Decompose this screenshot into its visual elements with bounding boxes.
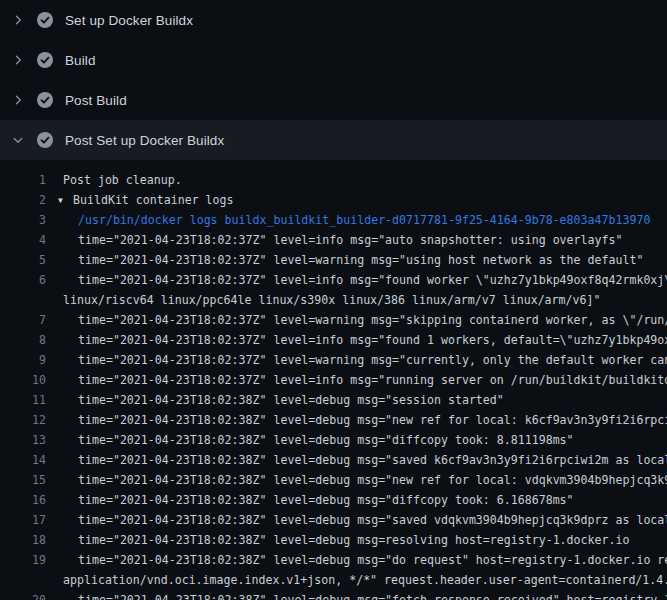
log-line-number[interactable]: 19 — [0, 550, 46, 570]
log-line: linux/riscv64 linux/ppc64le linux/s390x … — [0, 290, 667, 310]
log-line-text: time="2021-04-23T18:02:38Z" level=debug … — [78, 530, 629, 550]
log-line-number[interactable]: 17 — [0, 510, 46, 530]
log-line: application/vnd.oci.image.index.v1+json,… — [0, 570, 667, 590]
log-line: 18time="2021-04-23T18:02:38Z" level=debu… — [0, 530, 667, 550]
log-line-number[interactable]: 18 — [0, 530, 46, 550]
log-line-text: time="2021-04-23T18:02:38Z" level=debug … — [78, 390, 504, 410]
check-circle-icon — [37, 132, 53, 148]
log-line-number[interactable]: 14 — [0, 450, 46, 470]
log-line: 13time="2021-04-23T18:02:38Z" level=debu… — [0, 430, 667, 450]
chevron-right-icon[interactable] — [12, 94, 24, 106]
log-line-text: time="2021-04-23T18:02:38Z" level=debug … — [78, 590, 667, 600]
log-line: 5time="2021-04-23T18:02:37Z" level=warni… — [0, 250, 667, 270]
log-line: 19time="2021-04-23T18:02:38Z" level=debu… — [0, 550, 667, 570]
log-line-number[interactable]: 4 — [0, 230, 46, 250]
log-line-number[interactable]: 10 — [0, 370, 46, 390]
log-line: 3/usr/bin/docker logs buildx_buildkit_bu… — [0, 210, 667, 230]
log-line: 9time="2021-04-23T18:02:37Z" level=warni… — [0, 350, 667, 370]
log-line-number[interactable]: 16 — [0, 490, 46, 510]
log-line-text: time="2021-04-23T18:02:37Z" level=info m… — [78, 330, 667, 350]
step-header-post-build[interactable]: Post Build — [0, 80, 667, 120]
step-label: Post Set up Docker Buildx — [65, 133, 224, 148]
log-line: 12time="2021-04-23T18:02:38Z" level=debu… — [0, 410, 667, 430]
step-header-build[interactable]: Build — [0, 40, 667, 80]
log-line-number[interactable]: 3 — [0, 210, 46, 230]
log-line-text: time="2021-04-23T18:02:38Z" level=debug … — [78, 470, 667, 490]
check-circle-icon — [37, 52, 53, 68]
step-header-post-set-up-docker-buildx[interactable]: Post Set up Docker Buildx — [0, 120, 667, 160]
log-line-text: time="2021-04-23T18:02:38Z" level=debug … — [78, 450, 667, 470]
log-line-text: time="2021-04-23T18:02:37Z" level=warnin… — [78, 250, 643, 270]
triangle-down-icon[interactable]: ▼ — [58, 191, 67, 210]
chevron-right-icon[interactable] — [12, 54, 24, 66]
log-line: 4time="2021-04-23T18:02:37Z" level=info … — [0, 230, 667, 250]
log-line: 20time="2021-04-23T18:02:38Z" level=debu… — [0, 590, 667, 600]
log-line-number[interactable]: 12 — [0, 410, 46, 430]
log-line: 7time="2021-04-23T18:02:37Z" level=warni… — [0, 310, 667, 330]
check-circle-icon — [37, 92, 53, 108]
steps-list: Set up Docker BuildxBuildPost BuildPost … — [0, 0, 667, 160]
log-line-number — [0, 290, 46, 310]
log-line-text: time="2021-04-23T18:02:38Z" level=debug … — [78, 410, 667, 430]
log-line-text: application/vnd.oci.image.index.v1+json,… — [63, 570, 667, 590]
log-line: 14time="2021-04-23T18:02:38Z" level=debu… — [0, 450, 667, 470]
step-label: Set up Docker Buildx — [65, 13, 193, 28]
log-line-text: time="2021-04-23T18:02:37Z" level=info m… — [78, 270, 667, 290]
log-line: 6time="2021-04-23T18:02:37Z" level=info … — [0, 270, 667, 290]
log-line-number[interactable]: 8 — [0, 330, 46, 350]
log-command-text: /usr/bin/docker logs buildx_buildkit_bui… — [78, 210, 650, 230]
step-label: Build — [65, 53, 96, 68]
log-line-number[interactable]: 11 — [0, 390, 46, 410]
log-line-text: time="2021-04-23T18:02:38Z" level=debug … — [78, 510, 667, 530]
log-line-text: time="2021-04-23T18:02:38Z" level=debug … — [78, 490, 574, 510]
log-line-number — [0, 570, 46, 590]
log-line-text: time="2021-04-23T18:02:37Z" level=info m… — [78, 230, 622, 250]
log-line-number[interactable]: 9 — [0, 350, 46, 370]
log-line-text: time="2021-04-23T18:02:38Z" level=debug … — [78, 550, 667, 570]
log-line: 10time="2021-04-23T18:02:37Z" level=info… — [0, 370, 667, 390]
log-line: 16time="2021-04-23T18:02:38Z" level=debu… — [0, 490, 667, 510]
log-line-text: Post job cleanup. — [63, 170, 182, 190]
log-group-toggle[interactable]: ▼BuildKit container logs — [58, 190, 234, 210]
log-line: 11time="2021-04-23T18:02:38Z" level=debu… — [0, 390, 667, 410]
log-line: 2▼BuildKit container logs — [0, 190, 667, 210]
log-group-label[interactable]: BuildKit container logs — [73, 193, 234, 207]
log-line: 1Post job cleanup. — [0, 170, 667, 190]
log-line: 17time="2021-04-23T18:02:38Z" level=debu… — [0, 510, 667, 530]
log-line-number[interactable]: 13 — [0, 430, 46, 450]
log-line-text: time="2021-04-23T18:02:38Z" level=debug … — [78, 430, 574, 450]
log-line-text: linux/riscv64 linux/ppc64le linux/s390x … — [63, 290, 600, 310]
log-line-number[interactable]: 1 — [0, 170, 46, 190]
log-line-text: time="2021-04-23T18:02:37Z" level=warnin… — [78, 310, 667, 330]
chevron-down-icon[interactable] — [12, 134, 24, 146]
check-circle-icon — [37, 12, 53, 28]
log-line-number[interactable]: 7 — [0, 310, 46, 330]
log-line-number[interactable]: 6 — [0, 270, 46, 290]
log-line-number[interactable]: 20 — [0, 590, 46, 600]
log-viewer: 1Post job cleanup.2▼BuildKit container l… — [0, 160, 667, 600]
chevron-right-icon[interactable] — [12, 14, 24, 26]
log-line-text: time="2021-04-23T18:02:37Z" level=warnin… — [78, 350, 667, 370]
log-line-text: time="2021-04-23T18:02:37Z" level=info m… — [78, 370, 667, 390]
step-label: Post Build — [65, 93, 127, 108]
log-line-number[interactable]: 5 — [0, 250, 46, 270]
log-line: 8time="2021-04-23T18:02:37Z" level=info … — [0, 330, 667, 350]
log-line: 15time="2021-04-23T18:02:38Z" level=debu… — [0, 470, 667, 490]
log-line-number[interactable]: 15 — [0, 470, 46, 490]
step-header-set-up-docker-buildx[interactable]: Set up Docker Buildx — [0, 0, 667, 40]
log-line-number[interactable]: 2 — [0, 190, 46, 210]
